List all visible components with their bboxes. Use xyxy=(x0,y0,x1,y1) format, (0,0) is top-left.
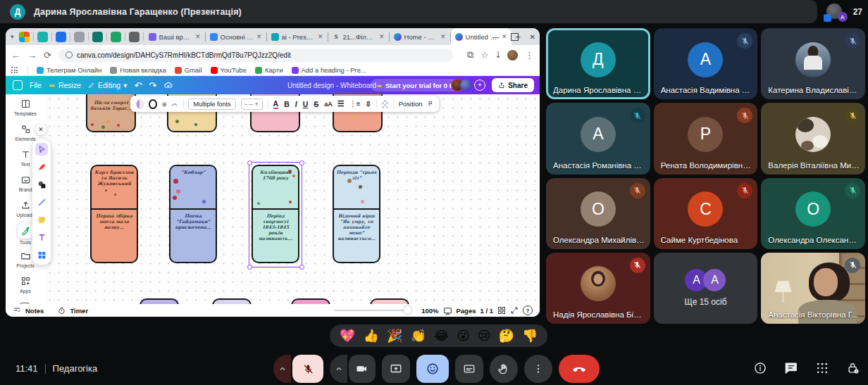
participant-tile[interactable]: Валерія Віталіївна Мир... xyxy=(761,103,865,174)
bookmark-item[interactable]: Add a heading - Pre... xyxy=(292,66,366,74)
reaction-emoji[interactable]: 👍 xyxy=(363,329,378,342)
tab-close-icon[interactable]: ✕ xyxy=(195,33,201,40)
participant-tile[interactable]: Катерина Владиславів... xyxy=(761,28,865,99)
italic-button[interactable]: I xyxy=(295,100,297,108)
curve-icon[interactable] xyxy=(171,101,178,108)
canva-home-icon[interactable] xyxy=(13,80,23,90)
bookmark-item[interactable]: YouTube xyxy=(211,66,247,74)
reaction-emoji[interactable]: 😮 xyxy=(457,329,470,342)
participant-tile[interactable]: ООлександра Олександ... xyxy=(761,178,865,249)
pinned-tab-icon[interactable] xyxy=(19,32,30,42)
flashcard[interactable]: Періоди “трьох літ”Відомий вірш “Як умру… xyxy=(333,165,380,263)
more-options-button[interactable] xyxy=(524,355,552,383)
pinned-tab-icon[interactable] xyxy=(129,32,140,42)
selection-handle[interactable] xyxy=(299,160,304,165)
trial-button[interactable]: Start your trial for 0 ₴ xyxy=(371,79,459,91)
bookmark-item[interactable]: Карти xyxy=(255,66,283,74)
browser-tab[interactable]: аі - Presentation✕ xyxy=(267,28,328,45)
participant-tile[interactable]: Анастасія Вікторівна Г... xyxy=(761,253,865,324)
line-weight-icon[interactable]: ≡ xyxy=(162,100,166,108)
help-icon[interactable]: ? xyxy=(523,305,533,315)
captions-button[interactable] xyxy=(455,355,483,383)
participant-tile[interactable]: ААнастасія Вадимівна М... xyxy=(654,28,758,99)
resize-button[interactable]: Resize xyxy=(49,81,81,89)
zoom-slider-knob[interactable] xyxy=(404,306,411,314)
camera-options-chevron-icon[interactable] xyxy=(330,355,347,383)
participant-tile[interactable]: ДДарина Ярославівна Га... xyxy=(546,28,650,99)
file-menu[interactable]: File xyxy=(30,81,42,89)
font-size-stepper[interactable]: - -- + xyxy=(241,99,263,110)
pages-button[interactable]: Pages xyxy=(457,307,476,315)
camera-button[interactable] xyxy=(349,355,376,383)
sticky-tool[interactable] xyxy=(35,213,48,226)
tab-close-icon[interactable]: ✕ xyxy=(256,33,262,40)
close-button[interactable]: ✕ xyxy=(530,33,535,41)
browser-tab[interactable]: Ваші враження✕ xyxy=(144,28,205,45)
bookmark-star-icon[interactable]: ☆ xyxy=(480,50,489,61)
tab-close-icon[interactable]: ✕ xyxy=(318,33,323,40)
reaction-emoji[interactable]: 🤔 xyxy=(498,329,514,342)
list-icon[interactable]: ⋮≡ xyxy=(349,100,361,108)
editing-mode-dropdown[interactable]: Editing ▾ xyxy=(88,81,127,89)
marker-tool[interactable] xyxy=(35,160,48,173)
downloads-icon[interactable]: ⭣ xyxy=(496,49,500,61)
participant-tile[interactable]: Надія Ярославівна Білик xyxy=(546,253,650,324)
flashcard[interactable]: Після смерті батьків Тарас... xyxy=(86,94,136,132)
shapes-tool[interactable] xyxy=(35,178,48,191)
participant-tile[interactable]: РРената Володимирівна ... xyxy=(654,103,758,174)
apps-grid-icon[interactable] xyxy=(11,67,18,73)
reactions-button[interactable] xyxy=(416,355,449,383)
table-tool[interactable] xyxy=(35,248,48,261)
timer-button[interactable]: Timer xyxy=(70,307,88,315)
bookmark-item[interactable]: Новая вкладка xyxy=(110,66,166,74)
participant-tile[interactable]: ААнастасія Романівна В... xyxy=(546,103,650,174)
participant-count-group[interactable]: А 27 xyxy=(824,1,862,23)
flashcard[interactable]: Карл Брюллов та Василь ЖуковськийПерша з… xyxy=(90,165,138,263)
chat-button[interactable] xyxy=(783,360,799,376)
reaction-emoji[interactable]: 👎 xyxy=(522,329,538,342)
flashcard[interactable] xyxy=(370,298,409,304)
minimize-button[interactable]: — xyxy=(492,33,500,41)
browser-menu-icon[interactable]: ⋮ xyxy=(525,50,534,61)
position-button[interactable]: Position xyxy=(399,100,423,108)
notes-button[interactable]: Notes xyxy=(25,307,44,315)
close-tools-icon[interactable]: ✕ xyxy=(35,124,46,135)
flashcard[interactable]: Коліївщина 1768 рокуПеріод творчості 184… xyxy=(252,165,299,263)
meeting-details-button[interactable] xyxy=(752,360,768,376)
flashcard[interactable] xyxy=(140,298,179,304)
camera[interactable] xyxy=(330,355,376,383)
reaction-emoji[interactable]: 😂 xyxy=(434,329,449,342)
back-icon[interactable]: ← xyxy=(11,50,20,61)
fullscreen-icon[interactable] xyxy=(510,306,519,315)
end-call-button[interactable] xyxy=(559,355,600,383)
text-color-swatch[interactable] xyxy=(136,99,144,109)
microphone-muted[interactable] xyxy=(273,355,323,383)
address-bar[interactable]: canva.com/design/DAHCyS7RmHI/kBCTdBrmQdT… xyxy=(58,49,453,62)
transparency-icon[interactable] xyxy=(382,100,388,108)
raise-hand-button[interactable] xyxy=(490,355,518,383)
forward-icon[interactable]: → xyxy=(27,50,37,61)
reload-icon[interactable]: ⟳ xyxy=(44,50,51,61)
text-color-button[interactable]: A xyxy=(273,99,279,109)
browser-tab[interactable]: Home - Canva✕ xyxy=(390,28,450,45)
spacing-icon[interactable]: ⇳ xyxy=(365,100,371,108)
maximize-button[interactable] xyxy=(511,33,519,41)
texttool-tool[interactable] xyxy=(35,231,48,244)
pinned-tab-icon[interactable] xyxy=(111,32,121,42)
selection-handle[interactable] xyxy=(247,265,252,270)
selection-handle[interactable] xyxy=(299,265,304,270)
bookmark-item[interactable]: Gmail xyxy=(175,66,202,74)
font-family-dropdown[interactable]: Multiple fonts xyxy=(188,99,235,110)
grid-view-icon[interactable] xyxy=(497,306,506,315)
sidebar-item-apps[interactable]: Apps xyxy=(6,272,45,297)
flashcard[interactable] xyxy=(212,298,252,304)
zoom-slider[interactable] xyxy=(334,310,410,312)
invite-button[interactable]: + xyxy=(474,80,485,91)
line-tool[interactable] xyxy=(35,196,48,208)
mic-options-chevron-icon[interactable] xyxy=(273,355,291,383)
design-canvas[interactable]: Після смерті батьків Тарас...Карл Брюлло… xyxy=(45,94,540,304)
case-button[interactable]: aA xyxy=(324,101,333,108)
underline-button[interactable]: U xyxy=(303,100,309,108)
bold-button[interactable]: B xyxy=(284,100,290,108)
mic-button[interactable] xyxy=(292,355,323,383)
